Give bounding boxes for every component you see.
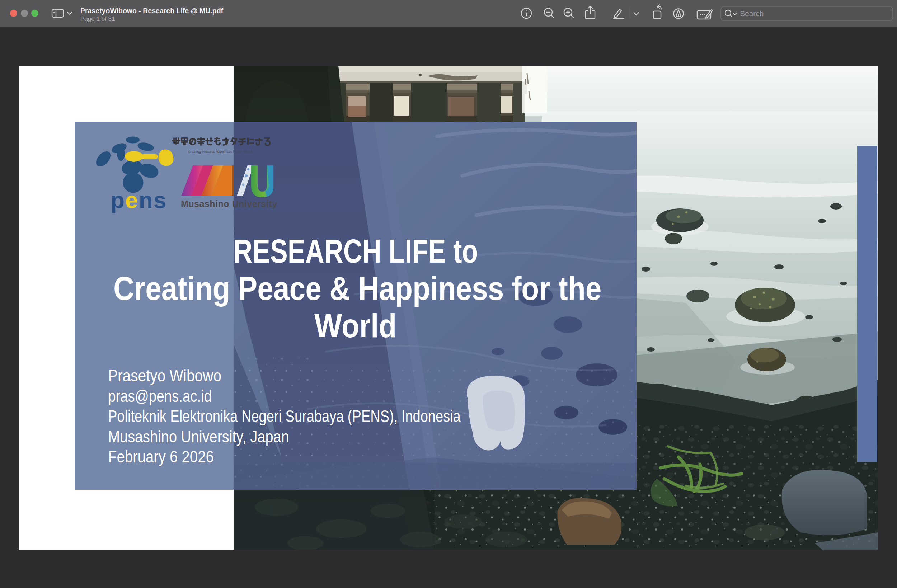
svg-text:Musashino University: Musashino University [181,199,277,209]
svg-text:pens: pens [110,187,167,213]
svg-text:Search: Search [740,9,764,18]
svg-text:Creating Peace & Happiness for: Creating Peace & Happiness for the World [188,150,252,153]
